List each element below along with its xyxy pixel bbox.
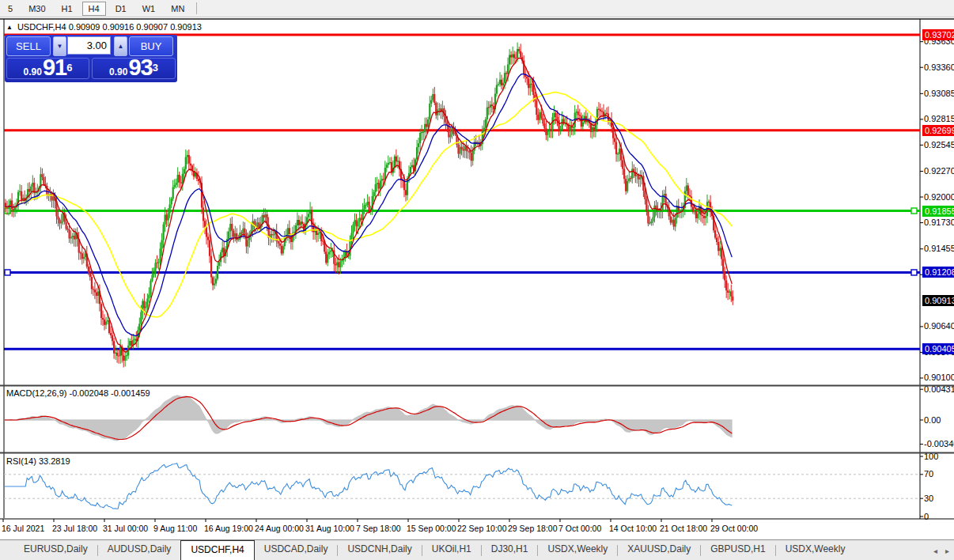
volume-increase-button[interactable]: ▲ xyxy=(114,36,127,56)
volume-input[interactable] xyxy=(67,36,111,55)
buy-price-big: 93 xyxy=(128,58,152,78)
volume-decrease-button[interactable]: ▼ xyxy=(53,36,66,56)
sell-price-display[interactable]: 0.90916 xyxy=(6,58,89,79)
buy-button[interactable]: BUY xyxy=(129,36,173,56)
one-click-trading-panel: SELL ▼ ▲ BUY 0.90916 0.90933 xyxy=(5,35,177,82)
level-price-label-0.93702: 0.93702 xyxy=(922,29,954,40)
sell-button[interactable]: SELL xyxy=(6,36,51,56)
rsi-label: RSI(14) 33.2819 xyxy=(6,456,70,466)
candle-bodies-down xyxy=(6,49,733,361)
level-price-label-0.91855: 0.91855 xyxy=(922,206,954,217)
level-handle-right-0.91208[interactable] xyxy=(911,270,917,275)
sell-price-big: 91 xyxy=(43,58,66,78)
macd-histogram xyxy=(5,395,732,441)
sell-price-prefix: 0.90 xyxy=(24,66,42,78)
trading-platform-window: 5M30H1H4D1W1MN ▲ USDCHF,H4 0.90909 0.909… xyxy=(0,0,954,560)
sell-price-sup: 6 xyxy=(66,59,72,78)
level-price-label-0.91208: 0.91208 xyxy=(922,267,954,278)
level-price-label-0.90405: 0.90405 xyxy=(922,343,954,354)
level-price-label-0.92699: 0.92699 xyxy=(922,125,954,136)
macd-label: MACD(12,26,9) -0.002048 -0.001459 xyxy=(6,388,150,398)
chart-canvas[interactable] xyxy=(0,0,954,560)
chevron-up-icon: ▲ xyxy=(118,43,124,50)
level-handle-left-0.91208[interactable] xyxy=(5,270,10,275)
current-price-label: 0.90913 xyxy=(922,295,954,306)
collapse-panel-icon[interactable]: ▲ xyxy=(6,24,13,31)
symbol-ohlc-text: USDCHF,H4 0.90909 0.90916 0.90907 0.9091… xyxy=(17,22,202,32)
buy-price-prefix: 0.90 xyxy=(109,66,127,78)
chevron-down-icon: ▼ xyxy=(57,43,63,50)
level-handle-right-0.91855[interactable] xyxy=(911,208,917,214)
rsi-line xyxy=(5,464,732,509)
chart-header: ▲ USDCHF,H4 0.90909 0.90916 0.90907 0.90… xyxy=(6,22,202,32)
buy-price-display[interactable]: 0.90933 xyxy=(92,58,176,79)
buy-price-sup: 3 xyxy=(153,59,158,78)
